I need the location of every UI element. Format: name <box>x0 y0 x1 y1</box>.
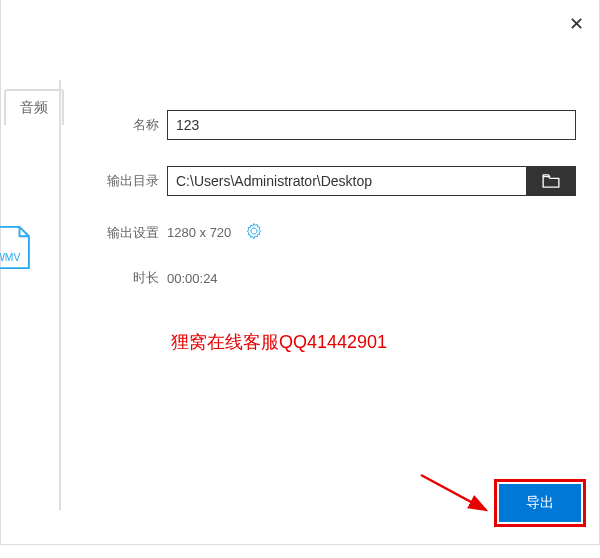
name-input[interactable] <box>167 110 576 140</box>
annotation-arrow-icon <box>416 470 506 525</box>
row-output-settings: 输出设置 1280 x 720 <box>101 222 576 243</box>
gear-icon <box>245 222 263 240</box>
output-settings-label: 输出设置 <box>101 224 159 242</box>
document-icon: WMV <box>0 225 31 270</box>
export-form: 名称 输出目录 输出设置 1280 x 720 时长 00:00:24 <box>101 110 576 313</box>
output-settings-value: 1280 x 720 <box>167 225 231 240</box>
export-button[interactable]: 导出 <box>499 484 581 522</box>
row-output-dir: 输出目录 <box>101 166 576 196</box>
duration-value: 00:00:24 <box>167 271 218 286</box>
browse-button[interactable] <box>526 166 576 196</box>
folder-icon <box>542 174 560 188</box>
watermark-text: 狸窝在线客服QQ41442901 <box>171 330 387 354</box>
row-duration: 时长 00:00:24 <box>101 269 576 287</box>
duration-label: 时长 <box>101 269 159 287</box>
settings-gear-button[interactable] <box>245 222 263 243</box>
format-thumb-wmv[interactable]: WMV <box>1 225 46 270</box>
name-label: 名称 <box>101 116 159 134</box>
svg-text:WMV: WMV <box>0 252 20 263</box>
close-button[interactable]: ✕ <box>569 15 584 33</box>
output-dir-input[interactable] <box>167 166 526 196</box>
output-dir-label: 输出目录 <box>101 172 159 190</box>
svg-line-1 <box>421 475 486 510</box>
sidebar: WMV <box>1 80 61 510</box>
row-name: 名称 <box>101 110 576 140</box>
export-dialog: ✕ 音频 WMV 名称 输出目录 输出设置 1280 <box>0 0 600 545</box>
